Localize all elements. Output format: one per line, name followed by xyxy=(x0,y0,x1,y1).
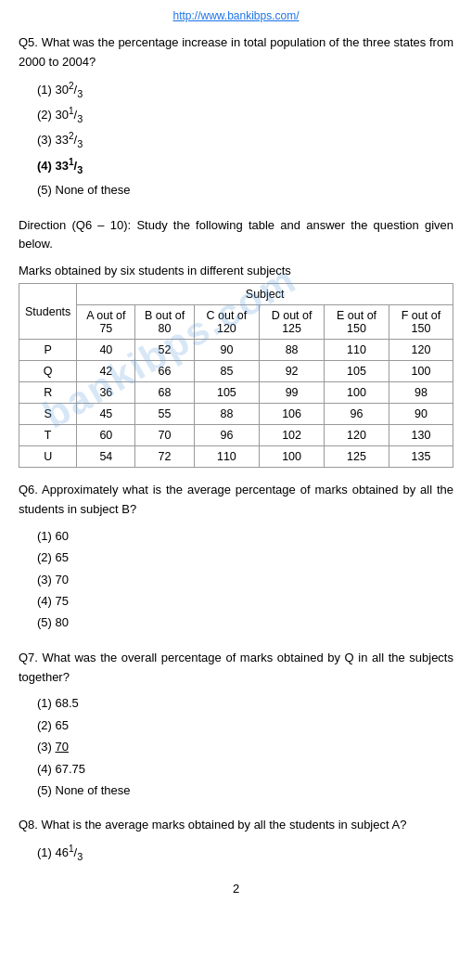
table-cell-value: 110 xyxy=(194,446,259,468)
q5-option-3: (3) 332/3 xyxy=(37,128,453,153)
table-cell-value: 105 xyxy=(325,361,389,382)
q6-option-3: (3) 70 xyxy=(37,569,453,590)
table-row: P40529088110120 xyxy=(19,340,453,361)
table-caption: Marks obtained by six students in differ… xyxy=(19,264,453,277)
table-cell-value: 98 xyxy=(389,382,453,404)
table-cell-value: 66 xyxy=(135,361,195,382)
direction-text: Direction (Q6 – 10): Study the following… xyxy=(19,216,453,255)
table-row: Q42668592105100 xyxy=(19,361,453,382)
table-row: T607096102120130 xyxy=(19,425,453,446)
q6-text: Q6. Approximately what is the average pe… xyxy=(19,481,453,520)
header-url: http://www.bankibps.com/ xyxy=(19,9,453,22)
table-row: U5472110100125135 xyxy=(19,446,453,468)
q7-option-5: (5) None of these xyxy=(37,780,453,801)
table-subheader-f: F out of 150 xyxy=(389,305,453,340)
table-cell-value: 52 xyxy=(135,340,195,361)
table-cell-value: 100 xyxy=(325,382,389,404)
table-cell-value: 99 xyxy=(260,382,325,404)
q7-text: Q7. What was the overall percentage of m… xyxy=(19,649,453,688)
table-subheader-d: D out of 125 xyxy=(260,305,325,340)
table-cell-value: 96 xyxy=(325,404,389,425)
table-subheader-b: B out of 80 xyxy=(135,305,195,340)
table-subheader-c: C out of 120 xyxy=(194,305,259,340)
table-row: R36681059910098 xyxy=(19,382,453,404)
table-cell-value: 55 xyxy=(135,404,195,425)
table-cell-value: 130 xyxy=(389,425,453,446)
table-cell-value: 106 xyxy=(260,404,325,425)
table-cell-value: 54 xyxy=(77,446,135,468)
q5-option-2: (2) 301/3 xyxy=(37,103,453,128)
q7-option-3: (3) 70 xyxy=(37,736,453,757)
table-header-subject: Subject xyxy=(77,284,453,305)
table-row: S4555881069690 xyxy=(19,404,453,425)
q7-option-2: (2) 65 xyxy=(37,715,453,736)
q7-option-4: (4) 67.75 xyxy=(37,758,453,780)
page-number: 2 xyxy=(19,882,453,896)
q7-options: (1) 68.5 (2) 65 (3) 70 (4) 67.75 (5) Non… xyxy=(37,692,453,801)
table-cell-value: 68 xyxy=(135,382,195,404)
table-header-students: Students xyxy=(19,284,77,340)
q6-option-4: (4) 75 xyxy=(37,590,453,612)
table-cell-value: 120 xyxy=(389,340,453,361)
table-cell-student: R xyxy=(19,382,77,404)
table-cell-student: U xyxy=(19,446,77,468)
question-5: Q5. What was the percentage increase in … xyxy=(19,33,453,201)
table-cell-student: T xyxy=(19,425,77,446)
table-cell-student: Q xyxy=(19,361,77,382)
q8-text: Q8. What is the average marks obtained b… xyxy=(19,816,453,835)
marks-table: Students Subject A out of 75 B out of 80… xyxy=(19,283,453,468)
q7-option-1: (1) 68.5 xyxy=(37,692,453,714)
q5-text: Q5. What was the percentage increase in … xyxy=(19,33,453,72)
table-cell-value: 42 xyxy=(77,361,135,382)
table-cell-value: 60 xyxy=(77,425,135,446)
table-cell-value: 105 xyxy=(194,382,259,404)
question-7: Q7. What was the overall percentage of m… xyxy=(19,649,453,802)
table-cell-value: 88 xyxy=(260,340,325,361)
question-6: Q6. Approximately what is the average pe… xyxy=(19,481,453,634)
table-cell-value: 135 xyxy=(389,446,453,468)
question-8: Q8. What is the average marks obtained b… xyxy=(19,816,453,866)
table-cell-value: 96 xyxy=(194,425,259,446)
table-cell-value: 100 xyxy=(260,446,325,468)
table-cell-value: 36 xyxy=(77,382,135,404)
table-cell-value: 120 xyxy=(325,425,389,446)
q6-options: (1) 60 (2) 65 (3) 70 (4) 75 (5) 80 xyxy=(37,525,453,634)
q8-options: (1) 461/3 xyxy=(37,841,453,866)
q5-option-1: (1) 302/3 xyxy=(37,78,453,103)
table-cell-value: 125 xyxy=(325,446,389,468)
table-cell-value: 102 xyxy=(260,425,325,446)
table-cell-value: 70 xyxy=(135,425,195,446)
table-cell-value: 72 xyxy=(135,446,195,468)
table-cell-value: 45 xyxy=(77,404,135,425)
q5-option-5: (5) None of these xyxy=(37,179,453,200)
table-cell-value: 90 xyxy=(389,404,453,425)
table-cell-student: S xyxy=(19,404,77,425)
table-cell-value: 88 xyxy=(194,404,259,425)
q8-option-1: (1) 461/3 xyxy=(37,841,453,866)
q5-option-4: (4) 331/3 xyxy=(37,154,453,179)
table-cell-value: 85 xyxy=(194,361,259,382)
table-cell-value: 110 xyxy=(325,340,389,361)
table-cell-value: 92 xyxy=(260,361,325,382)
table-subheader-e: E out of 150 xyxy=(325,305,389,340)
table-subheader-a: A out of 75 xyxy=(77,305,135,340)
table-cell-value: 40 xyxy=(77,340,135,361)
table-cell-value: 90 xyxy=(194,340,259,361)
table-cell-value: 100 xyxy=(389,361,453,382)
q5-options: (1) 302/3 (2) 301/3 (3) 332/3 (4) 331/3 … xyxy=(37,78,453,201)
q6-option-1: (1) 60 xyxy=(37,525,453,547)
table-cell-student: P xyxy=(19,340,77,361)
q6-option-2: (2) 65 xyxy=(37,547,453,568)
q6-option-5: (5) 80 xyxy=(37,612,453,633)
